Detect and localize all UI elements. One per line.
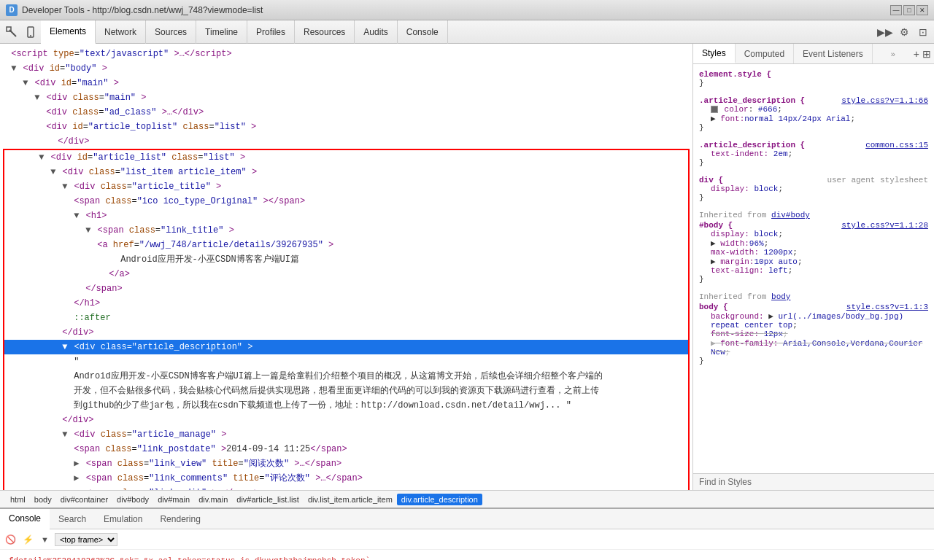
forward-button[interactable]: ▶▶ (877, 24, 893, 40)
bg-expand-icon[interactable]: ▶ (768, 312, 773, 321)
tab-sources[interactable]: Sources (146, 20, 196, 44)
filter-dropdown-arrow[interactable]: ▼ (38, 534, 52, 545)
dom-line-script[interactable]: <script type="text/javascript" >…</scrip… (0, 47, 692, 61)
dom-line-articledesc[interactable]: ▼ <div class="article_description" > (4, 340, 688, 354)
devtools-icon: D (6, 4, 18, 16)
find-in-styles[interactable]: Find in Styles (693, 473, 934, 490)
tab-rendering-bottom[interactable]: Rendering (151, 509, 209, 529)
color-swatch (711, 106, 718, 113)
style-prop-margin: ▶ margin:10px auto; (711, 257, 928, 266)
dom-line-desctext2[interactable]: 开发，但不会贴很多代码，我会贴核心代码然后提供实现思路，想看里面更详细的代码的可… (4, 384, 688, 398)
style-prop-textalign: text-align: left; (711, 266, 928, 275)
tab-profiles[interactable]: Profiles (247, 20, 295, 44)
maximize-button[interactable]: □ (903, 5, 915, 15)
dom-line-linktitle[interactable]: ▼ <span class="link_title" > (4, 223, 688, 238)
dock-button[interactable]: ⊡ (915, 24, 931, 40)
dom-line-descclose[interactable]: </div> (4, 413, 688, 427)
dom-line-manage[interactable]: ▼ <div class="article_manage" > (4, 427, 688, 442)
add-style-icon[interactable]: + (914, 48, 919, 60)
dom-line-after[interactable]: ::after (4, 311, 688, 325)
svg-point-3 (30, 35, 31, 36)
close-button[interactable]: ✕ (916, 5, 928, 15)
breadcrumb-listitem[interactable]: div.list_item.article_item (304, 494, 397, 505)
tab-navigation: Elements Network Sources Timeline Profil… (41, 20, 448, 43)
dom-line-h1[interactable]: ▼ <h1> (4, 209, 688, 223)
tab-console-bottom[interactable]: Console (0, 509, 50, 529)
frame-select[interactable]: <top frame> (55, 533, 117, 546)
dom-line-linkedit[interactable]: ▶ <span class="link_edit" >…</span> (4, 486, 688, 490)
dom-line-listitem[interactable]: ▼ <div class="list_item article_item" > (4, 165, 688, 179)
fontfamily-expand-icon[interactable]: ▶ (711, 339, 716, 348)
tab-search-bottom[interactable]: Search (50, 509, 95, 529)
styles-more-btn[interactable]: » (885, 44, 901, 63)
new-rule-icon[interactable]: ⊞ (922, 48, 931, 60)
tab-audits[interactable]: Audits (355, 20, 397, 44)
style-prop-width: ▶ width:96%; (711, 238, 928, 248)
article-desc-selector-2: .article_description { common.css:15 (699, 141, 928, 149)
style-source-2[interactable]: common.css:15 (865, 141, 928, 149)
tab-styles[interactable]: Styles (693, 44, 736, 63)
breadcrumb-main[interactable]: div#main (153, 494, 194, 505)
error-text-1: fdetails%2F38418263%2C-&ck=-&x-acl-token… (9, 556, 375, 560)
minimize-button[interactable]: — (890, 5, 902, 15)
dom-line-body[interactable]: ▼ <div id="body" > (0, 61, 692, 76)
breadcrumb-body[interactable]: body (30, 494, 56, 505)
clear-console-button[interactable]: 🚫 (3, 532, 18, 547)
dom-line-article-title-text[interactable]: Android应用开发-小巫CSDN博客客户端UI篇 (4, 252, 688, 267)
settings-button[interactable]: ⚙ (896, 24, 912, 40)
dom-line-articlelist[interactable]: ▼ <div id="article_list" class="list" > (4, 150, 688, 165)
dom-line-ico[interactable]: <span class="ico ico_type_Original" ></s… (4, 194, 688, 209)
dom-line-quote[interactable]: " (4, 354, 688, 369)
dom-line-aclose[interactable]: </a> (4, 267, 688, 281)
breadcrumb-desc[interactable]: div.article_description (397, 494, 482, 505)
article-desc-close-2: } (699, 158, 928, 167)
style-source-1[interactable]: style.css?v=1.1:66 (841, 96, 928, 105)
tab-console[interactable]: Console (398, 20, 448, 44)
breadcrumb-divmain[interactable]: div.main (194, 494, 232, 505)
tab-resources[interactable]: Resources (295, 20, 355, 44)
dom-line-articletitle[interactable]: ▼ <div class="article_title" > (4, 179, 688, 194)
tab-computed[interactable]: Computed (736, 44, 794, 63)
tab-elements[interactable]: Elements (41, 20, 96, 44)
console-error-1: fdetails%2F38418263%2C-&ck=-&x-acl-token… (6, 553, 928, 560)
body-selector: #body { style.css?v=1.1:28 (699, 221, 928, 230)
filter-console-button[interactable]: ⚡ (20, 532, 35, 547)
dom-line-main2[interactable]: ▼ <div class="main" > (0, 90, 692, 105)
breadcrumb-container[interactable]: div#container (56, 494, 112, 505)
style-source-5[interactable]: style.css?v=1.1:3 (846, 303, 928, 311)
tab-emulation-bottom[interactable]: Emulation (95, 509, 151, 529)
dom-line-desctext3[interactable]: 到github的少了些jar包，所以我在csdn下载频道也上传了一份，地址：ht… (4, 398, 688, 413)
dom-line-articletitleclose[interactable]: </div> (4, 325, 688, 340)
dom-line-anchor[interactable]: <a href="/wwj_748/article/details/392679… (4, 238, 688, 252)
dom-line-toplistclose[interactable]: </div> (0, 134, 692, 149)
tab-network[interactable]: Network (96, 20, 146, 44)
width-expand-icon[interactable]: ▶ (711, 239, 716, 248)
div-useragent-selector: div { user agent stylesheet (699, 176, 928, 184)
inherited-body-link[interactable]: body (771, 292, 790, 301)
font-expand-icon[interactable]: ▶ (711, 114, 716, 123)
div-ua-close: } (699, 193, 928, 202)
breadcrumb-dbody[interactable]: div#body (112, 494, 153, 505)
dom-content[interactable]: <script type="text/javascript" >…</scrip… (0, 44, 692, 490)
div-useragent-block: div { user agent stylesheet display: blo… (699, 176, 928, 202)
style-source-4[interactable]: style.css?v=1.1:28 (841, 221, 928, 230)
mobile-button[interactable] (22, 23, 39, 41)
dom-line-h1close[interactable]: </h1> (4, 296, 688, 311)
dom-line-spanclose[interactable]: </span> (4, 281, 688, 296)
dom-line-main1[interactable]: ▼ <div id="main" > (0, 76, 692, 90)
inherited-divbody-link[interactable]: div#body (771, 211, 810, 219)
dom-line-adclass[interactable]: <div class="ad_class" >…</div> (0, 105, 692, 120)
console-toolbar: 🚫 ⚡ ▼ <top frame> (0, 529, 934, 550)
inspect-button[interactable] (3, 23, 20, 41)
tab-timeline[interactable]: Timeline (196, 20, 247, 44)
breadcrumb-articlelist[interactable]: div#article_list.list (232, 494, 304, 505)
dom-line-postdate[interactable]: <span class="link_postdate" >2014-09-14 … (4, 442, 688, 456)
dom-line-desctext1[interactable]: Android应用开发-小巫CSDN博客客户端UI篇上一篇是给童鞋们介绍整个项目… (4, 369, 688, 384)
dom-line-toplist[interactable]: <div id="article_toplist" class="list" > (0, 120, 692, 134)
svg-line-1 (9, 30, 16, 36)
dom-line-linkcomments[interactable]: ▶ <span class="link_comments" title="评论次… (4, 471, 688, 486)
tab-event-listeners[interactable]: Event Listeners (794, 44, 873, 63)
breadcrumb-html[interactable]: html (6, 494, 30, 505)
margin-expand-icon[interactable]: ▶ (711, 257, 716, 266)
dom-line-linkview[interactable]: ▶ <span class="link_view" title="阅读次数" >… (4, 456, 688, 471)
